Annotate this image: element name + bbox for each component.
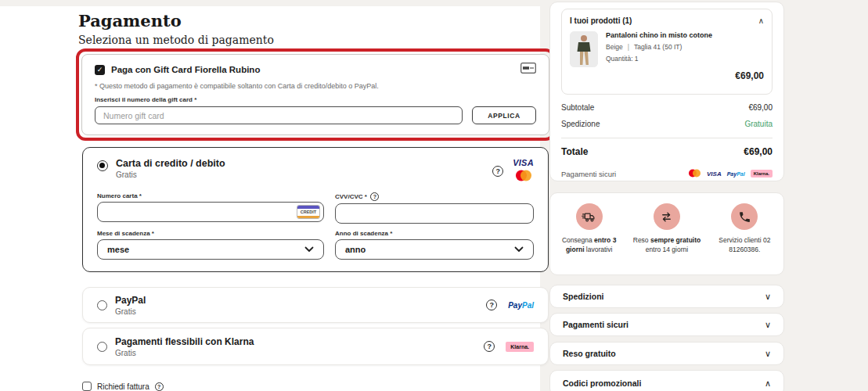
shipping-value: Gratuita xyxy=(744,120,773,128)
product-price: €69,00 xyxy=(570,70,764,81)
annotation-highlight: ✓ Paga con Gift Card Fiorella Rubino * Q… xyxy=(76,48,555,141)
benefits-card: Consegna entro 3 giorni lavorativi Reso … xyxy=(549,192,784,275)
giftcard-label: Paga con Gift Card Fiorella Rubino xyxy=(111,65,260,74)
product-name: Pantaloni chino in misto cotone xyxy=(606,31,712,39)
mastercard-icon xyxy=(688,167,701,181)
expiry-month-label: Mese di scadenza * xyxy=(97,230,324,237)
klarna-radio[interactable] xyxy=(97,342,107,352)
credit-card-radio[interactable] xyxy=(97,160,108,171)
chevron-up-icon: ∧ xyxy=(765,378,771,389)
subtotal-row: Subtotale €69,00 xyxy=(561,103,773,112)
giftcard-input-label: Inserisci il numero della gift card * xyxy=(95,96,536,103)
gift-card-icon xyxy=(520,63,536,77)
product-size: Taglia 41 (50 IT) xyxy=(634,43,682,51)
benefit-customer-service: Servizio clienti 02 81260386. xyxy=(706,203,783,274)
invoice-help-icon[interactable]: ? xyxy=(155,382,164,391)
chevron-down-icon xyxy=(304,246,314,253)
credit-card-option: Carta di credito / debito Gratis ? VISA … xyxy=(82,147,549,272)
paypal-subtitle: Gratis xyxy=(115,307,146,316)
card-number-label: Numero carta * xyxy=(97,192,324,199)
invoice-request-row: Richiedi fattura ? xyxy=(82,382,164,391)
accordion-spedizioni[interactable]: Spedizioni ∨ xyxy=(549,285,784,308)
page-title: Pagamento xyxy=(78,11,182,30)
product-image xyxy=(570,31,598,67)
paypal-option[interactable]: PayPal Gratis ? PayPal xyxy=(82,287,549,323)
giftcard-checkbox[interactable]: ✓ xyxy=(95,65,105,75)
chevron-down-icon: ∨ xyxy=(765,349,771,359)
paypal-logo: PayPal xyxy=(508,301,534,310)
checkout-page: Pagamento Seleziona un metodo di pagamen… xyxy=(0,0,868,391)
klarna-title: Pagamenti flessibili con Klarna xyxy=(115,336,254,347)
products-box: I tuoi prodotti (1) ∧ Pantaloni chino in… xyxy=(561,9,773,95)
divider xyxy=(561,138,773,138)
shipping-row: Spedizione Gratuita xyxy=(561,120,773,128)
visa-icon: VISA xyxy=(707,170,722,178)
check-icon: ✓ xyxy=(97,66,103,74)
order-summary-card: I tuoi prodotti (1) ∧ Pantaloni chino in… xyxy=(549,2,784,181)
accordion-reso-gratuito[interactable]: Reso gratuito ∨ xyxy=(549,342,784,365)
accordion-codici-promozionali[interactable]: Codici promozionali ∧ xyxy=(549,370,784,391)
apply-giftcard-button[interactable]: APPLICA xyxy=(472,106,536,124)
chevron-down-icon: ∨ xyxy=(765,292,771,302)
expiry-month-select[interactable]: mese xyxy=(97,239,324,260)
product-row: Pantaloni chino in misto cotone Beige | … xyxy=(570,31,764,67)
credit-card-subtitle: Gratis xyxy=(116,170,225,179)
benefit-returns: Reso sempre gratuito entro 14 giorni xyxy=(628,203,705,274)
chevron-down-icon xyxy=(514,246,524,253)
card-number-input[interactable] xyxy=(97,202,324,222)
klarna-help-icon[interactable]: ? xyxy=(484,341,495,352)
klarna-icon: Klarna. xyxy=(751,170,773,178)
invoice-checkbox[interactable] xyxy=(82,382,92,391)
accordion-pagamenti-sicuri[interactable]: Pagamenti sicuri ∨ xyxy=(549,313,784,336)
expiry-year-select[interactable]: anno xyxy=(335,239,534,260)
klarna-option[interactable]: Pagamenti flessibili con Klarna Gratis ?… xyxy=(82,328,549,365)
giftcard-section: ✓ Paga con Gift Card Fiorella Rubino * Q… xyxy=(81,54,549,135)
chevron-down-icon: ∨ xyxy=(765,320,771,330)
expiry-year-label: Anno di scadenza * xyxy=(335,230,534,237)
klarna-logo: Klarna. xyxy=(506,342,534,352)
credit-card-title: Carta di credito / debito xyxy=(116,158,225,169)
subtotal-value: €69,00 xyxy=(748,103,773,112)
cvv-input[interactable] xyxy=(335,203,534,224)
klarna-subtitle: Gratis xyxy=(115,349,254,357)
product-color: Beige xyxy=(606,43,623,51)
visa-logo: VISA xyxy=(513,158,534,167)
total-row: Totale €69,00 xyxy=(561,146,773,157)
page-subtitle: Seleziona un metodo di pagamento xyxy=(78,34,274,46)
total-value: €69,00 xyxy=(744,146,773,157)
paypal-title: PayPal xyxy=(115,295,146,306)
benefit-delivery: Consegna entro 3 giorni lavorativi xyxy=(550,203,628,274)
truck-icon xyxy=(582,210,596,224)
mastercard-logo xyxy=(514,170,533,185)
cvv-help-icon[interactable]: ? xyxy=(370,192,379,201)
phone-icon xyxy=(738,210,751,224)
paypal-icon: PayPal xyxy=(727,171,745,177)
invoice-label: Richiedi fattura xyxy=(97,382,149,391)
payment-panel: Pagamento Seleziona un metodo di pagamen… xyxy=(0,6,540,391)
cvv-label: CVV/CVC * ? xyxy=(335,192,534,201)
return-arrows-icon xyxy=(659,210,674,224)
credit-card-help-icon[interactable]: ? xyxy=(492,166,503,177)
credit-card-type-icon: CREDIT xyxy=(297,205,320,219)
paypal-help-icon[interactable]: ? xyxy=(486,300,497,310)
giftcard-number-input[interactable] xyxy=(95,106,463,124)
chevron-up-icon: ∧ xyxy=(758,16,764,25)
products-header[interactable]: I tuoi prodotti (1) ∧ xyxy=(570,16,764,25)
giftcard-note: * Questo metodo di pagamento è compatibi… xyxy=(95,82,536,90)
secure-payments-row: Pagamenti sicuri VISA PayPal Klarna. xyxy=(561,167,773,181)
paypal-radio[interactable] xyxy=(97,300,107,310)
product-quantity: Quantità: 1 xyxy=(606,55,712,63)
